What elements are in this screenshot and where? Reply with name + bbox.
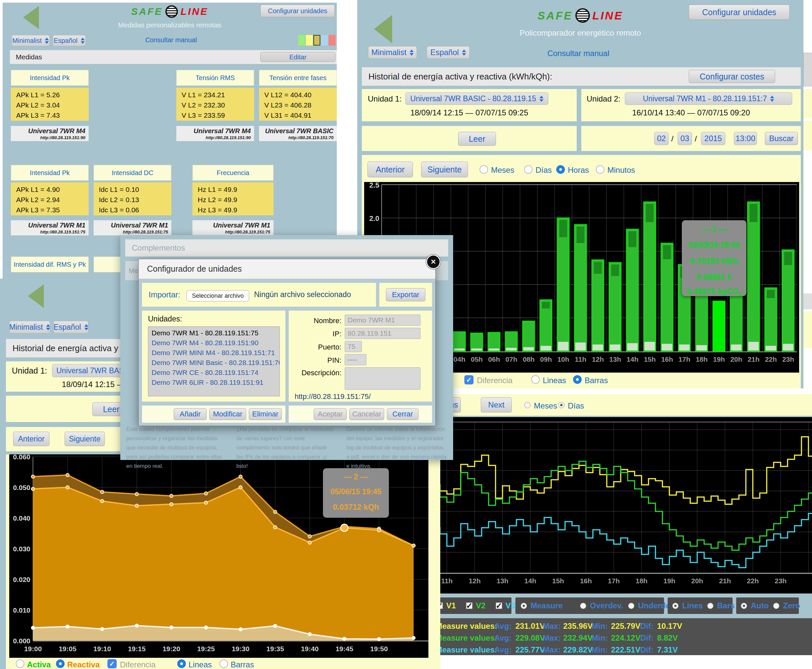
diferencia-checkbox[interactable]: ✓	[464, 375, 473, 385]
puerto-field[interactable]: 75	[345, 341, 362, 352]
v3-checkbox[interactable]: ✓	[496, 602, 502, 609]
back-arrow-icon[interactable]	[28, 284, 44, 308]
configurar-unidades-button[interactable]: Configurar unidades	[689, 5, 790, 20]
units-listbox[interactable]: Demo 7WR M1 - 80.28.119.151:75Demo 7WR M…	[148, 326, 280, 396]
voltage-chart[interactable]: 23223022822622422211h12h13h14h15h16h17h1…	[422, 417, 812, 593]
radio-zero[interactable]	[773, 603, 779, 609]
radio-overdev[interactable]	[580, 603, 586, 609]
radio-dias-label[interactable]: Días	[535, 166, 552, 175]
radio-measure[interactable]	[521, 603, 527, 609]
radio-lines[interactable]	[672, 603, 679, 609]
consultar-manual-link[interactable]: Consultar manual	[105, 36, 237, 44]
radio-barras[interactable]	[220, 659, 228, 668]
radio-meses-label[interactable]: Meses	[534, 401, 557, 410]
unit-list-item[interactable]: Demo 7WR M1 - 80.28.119.151:75	[148, 328, 279, 338]
radio-horas[interactable]	[556, 165, 565, 174]
radio-dias[interactable]	[558, 402, 565, 408]
unit-list-item[interactable]: Demo 7WR MINI M4 - 80.28.119.151:71	[148, 348, 279, 358]
radio-dias-label[interactable]: Días	[568, 401, 584, 410]
theme-color-swatch[interactable]	[321, 35, 328, 45]
radio-auto[interactable]	[741, 603, 747, 609]
cerrar-button[interactable]: Cerrar	[387, 408, 419, 420]
month-input[interactable]: 03	[678, 132, 692, 145]
radio-overdev-label[interactable]: Overdev.	[590, 601, 623, 610]
card-title-2[interactable]: Tensión entre fases	[259, 70, 337, 86]
radio-barras-label[interactable]: Barras	[585, 376, 608, 385]
theme-color-swatch[interactable]	[298, 35, 305, 45]
siguiente-button[interactable]: Siguiente	[65, 432, 105, 446]
diferencia-checkbox[interactable]: ✓	[107, 659, 117, 668]
area-chart[interactable]: 0.0600.0500.0400.0300.0200.0100.00019:00…	[9, 454, 428, 658]
radio-activa-label[interactable]: Activa	[27, 660, 51, 669]
day-input[interactable]: 02	[654, 132, 669, 145]
radio-barras-label[interactable]: Barras	[231, 660, 254, 669]
radio-activa[interactable]	[16, 659, 24, 668]
editar-button[interactable]: Editar	[260, 52, 336, 62]
configurar-unidades-button[interactable]: Configurar unidades	[260, 5, 335, 17]
radio-dias[interactable]	[524, 165, 533, 174]
card-title-5[interactable]: Frecuencia	[193, 165, 273, 181]
exportar-button[interactable]: Exportar	[386, 288, 425, 301]
radio-lineas-label[interactable]: Lineas	[188, 660, 212, 669]
theme-select[interactable]: Minimalist	[368, 46, 417, 59]
unit2-select[interactable]: Universal 7WR M1 - 80.28.119.151:7	[625, 92, 792, 105]
v2-label[interactable]: V2	[476, 601, 485, 610]
eliminar-button[interactable]: Eliminar	[249, 408, 282, 420]
card-button-intensidad-dif[interactable]: Intensidad dif. RMS y Pk	[11, 257, 89, 272]
cancelar-button[interactable]: Cancelar	[349, 408, 384, 420]
unit-list-item[interactable]: Demo 7WR 6LIR - 80.28.119.151:91	[148, 378, 279, 387]
ip-field[interactable]: 80.28.119.151	[345, 328, 421, 339]
siguiente-button[interactable]: Siguiente	[421, 161, 468, 177]
radio-measure-label[interactable]: Measure	[530, 601, 562, 610]
v1-label[interactable]: V1	[446, 601, 456, 610]
anadir-button[interactable]: Añadir	[174, 408, 206, 420]
radio-meses[interactable]	[480, 165, 488, 174]
radio-auto-label[interactable]: Auto	[751, 601, 769, 610]
modificar-button[interactable]: Modificar	[209, 408, 246, 420]
radio-zero-label[interactable]: Zero	[783, 601, 800, 610]
close-icon[interactable]: ✕	[426, 255, 441, 269]
anterior-button[interactable]: Anterior	[367, 161, 413, 177]
radio-horas-label[interactable]: Horas	[568, 166, 589, 175]
anterior-button[interactable]: Anterior	[13, 432, 49, 446]
consultar-manual-link[interactable]: Consultar manual	[512, 49, 644, 58]
next-button[interactable]: Next	[481, 397, 512, 412]
diferencia-label[interactable]: Diferencia	[477, 376, 512, 385]
leer-button[interactable]: Leer	[458, 132, 496, 146]
card-title-4[interactable]: Intensidad DC	[94, 165, 171, 181]
nombre-field[interactable]: Demo 7WR M1	[345, 314, 421, 326]
radio-lines-label[interactable]: Lines	[682, 601, 703, 610]
theme-select[interactable]: Minimalist	[9, 321, 50, 333]
card-title-3[interactable]: Intensidad Pk	[11, 165, 89, 181]
radio-bars[interactable]	[707, 603, 713, 609]
unit-list-item[interactable]: Demo 7WR CE - 80.28.119.151:74	[148, 368, 279, 378]
card-title-1[interactable]: Tensión RMS	[176, 70, 254, 86]
seleccionar-archivo-button[interactable]: Seleccionar archivo	[186, 290, 249, 301]
descripcion-field[interactable]	[345, 367, 421, 390]
diferencia-label[interactable]: Diferencia	[120, 660, 156, 669]
radio-minutos[interactable]	[596, 165, 604, 174]
radio-underdev[interactable]	[628, 603, 634, 609]
unit-list-item[interactable]: Demo 7WR MINI Basic - 80.28.119.151:70	[148, 358, 279, 368]
language-select[interactable]: Español	[54, 321, 88, 333]
v2-checkbox[interactable]: ✓	[466, 602, 473, 609]
theme-color-swatch[interactable]	[306, 35, 313, 45]
v3-label[interactable]: V3	[505, 601, 515, 610]
radio-bars-label[interactable]: Bars	[717, 601, 735, 610]
language-select[interactable]: Español	[53, 35, 86, 46]
radio-lineas-label[interactable]: Lineas	[543, 376, 566, 385]
pin-field[interactable]: ••••	[345, 354, 366, 365]
unit-list-item[interactable]: Demo 7WR M4 - 80.28.119.151:90	[148, 338, 279, 348]
aceptar-button[interactable]: Aceptar	[314, 408, 347, 420]
radio-minutos-label[interactable]: Minutos	[607, 166, 635, 175]
theme-color-swatch[interactable]	[329, 35, 336, 45]
time-input[interactable]: 13:00	[734, 132, 757, 145]
radio-reactiva[interactable]	[56, 659, 65, 668]
radio-lineas[interactable]	[177, 659, 186, 668]
radio-reactiva-label[interactable]: Reactiva	[67, 660, 100, 669]
buscar-button[interactable]: Buscar	[765, 132, 798, 145]
card-title-0[interactable]: Intensidad Pk	[11, 70, 89, 86]
theme-color-swatch[interactable]	[314, 35, 320, 45]
unit1-select[interactable]: Universal 7WR BASIC - 80.28.119.15	[405, 92, 549, 105]
year-input[interactable]: 2015	[701, 132, 725, 145]
